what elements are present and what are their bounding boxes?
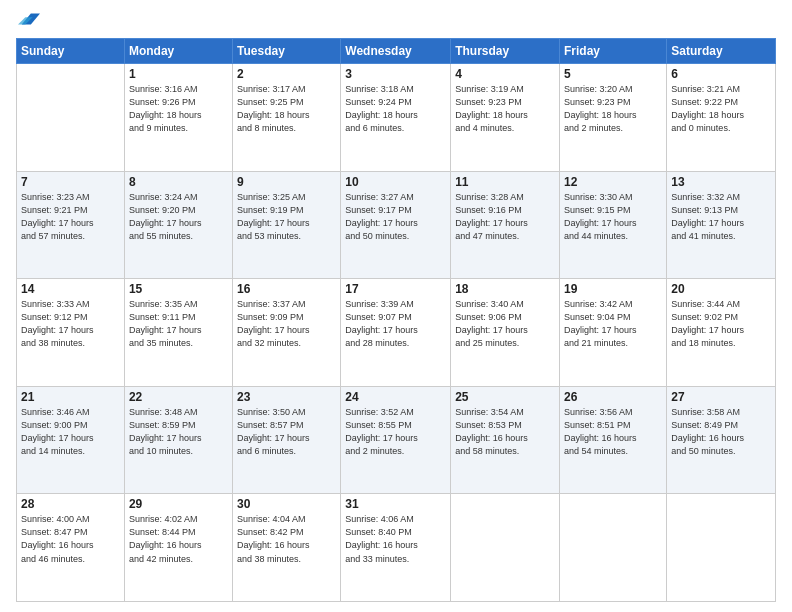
day-info: Sunrise: 3:23 AM Sunset: 9:21 PM Dayligh… (21, 191, 120, 243)
calendar-cell: 3Sunrise: 3:18 AM Sunset: 9:24 PM Daylig… (341, 64, 451, 172)
calendar-cell: 10Sunrise: 3:27 AM Sunset: 9:17 PM Dayli… (341, 171, 451, 279)
weekday-sunday: Sunday (17, 39, 125, 64)
weekday-header-row: SundayMondayTuesdayWednesdayThursdayFrid… (17, 39, 776, 64)
day-info: Sunrise: 3:32 AM Sunset: 9:13 PM Dayligh… (671, 191, 771, 243)
day-info: Sunrise: 3:46 AM Sunset: 9:00 PM Dayligh… (21, 406, 120, 458)
calendar-cell: 4Sunrise: 3:19 AM Sunset: 9:23 PM Daylig… (451, 64, 560, 172)
calendar-cell: 29Sunrise: 4:02 AM Sunset: 8:44 PM Dayli… (124, 494, 232, 602)
day-info: Sunrise: 3:37 AM Sunset: 9:09 PM Dayligh… (237, 298, 336, 350)
week-row-2: 7Sunrise: 3:23 AM Sunset: 9:21 PM Daylig… (17, 171, 776, 279)
calendar-cell (560, 494, 667, 602)
calendar-cell: 15Sunrise: 3:35 AM Sunset: 9:11 PM Dayli… (124, 279, 232, 387)
day-number: 5 (564, 67, 662, 81)
day-number: 19 (564, 282, 662, 296)
day-number: 22 (129, 390, 228, 404)
day-info: Sunrise: 3:21 AM Sunset: 9:22 PM Dayligh… (671, 83, 771, 135)
calendar-cell: 12Sunrise: 3:30 AM Sunset: 9:15 PM Dayli… (560, 171, 667, 279)
calendar-table: SundayMondayTuesdayWednesdayThursdayFrid… (16, 38, 776, 602)
calendar-cell: 23Sunrise: 3:50 AM Sunset: 8:57 PM Dayli… (233, 386, 341, 494)
calendar-cell (451, 494, 560, 602)
day-number: 12 (564, 175, 662, 189)
week-row-1: 1Sunrise: 3:16 AM Sunset: 9:26 PM Daylig… (17, 64, 776, 172)
week-row-3: 14Sunrise: 3:33 AM Sunset: 9:12 PM Dayli… (17, 279, 776, 387)
day-number: 24 (345, 390, 446, 404)
calendar-cell: 2Sunrise: 3:17 AM Sunset: 9:25 PM Daylig… (233, 64, 341, 172)
day-info: Sunrise: 4:04 AM Sunset: 8:42 PM Dayligh… (237, 513, 336, 565)
calendar-cell: 24Sunrise: 3:52 AM Sunset: 8:55 PM Dayli… (341, 386, 451, 494)
day-info: Sunrise: 3:48 AM Sunset: 8:59 PM Dayligh… (129, 406, 228, 458)
calendar-cell: 27Sunrise: 3:58 AM Sunset: 8:49 PM Dayli… (667, 386, 776, 494)
day-info: Sunrise: 3:50 AM Sunset: 8:57 PM Dayligh… (237, 406, 336, 458)
calendar-cell: 25Sunrise: 3:54 AM Sunset: 8:53 PM Dayli… (451, 386, 560, 494)
calendar-cell: 30Sunrise: 4:04 AM Sunset: 8:42 PM Dayli… (233, 494, 341, 602)
day-info: Sunrise: 4:02 AM Sunset: 8:44 PM Dayligh… (129, 513, 228, 565)
week-row-5: 28Sunrise: 4:00 AM Sunset: 8:47 PM Dayli… (17, 494, 776, 602)
day-number: 13 (671, 175, 771, 189)
calendar-cell: 22Sunrise: 3:48 AM Sunset: 8:59 PM Dayli… (124, 386, 232, 494)
header (16, 10, 776, 30)
calendar-cell: 26Sunrise: 3:56 AM Sunset: 8:51 PM Dayli… (560, 386, 667, 494)
day-info: Sunrise: 3:30 AM Sunset: 9:15 PM Dayligh… (564, 191, 662, 243)
day-info: Sunrise: 3:24 AM Sunset: 9:20 PM Dayligh… (129, 191, 228, 243)
calendar-cell: 7Sunrise: 3:23 AM Sunset: 9:21 PM Daylig… (17, 171, 125, 279)
day-number: 28 (21, 497, 120, 511)
day-info: Sunrise: 3:42 AM Sunset: 9:04 PM Dayligh… (564, 298, 662, 350)
day-info: Sunrise: 3:20 AM Sunset: 9:23 PM Dayligh… (564, 83, 662, 135)
day-number: 30 (237, 497, 336, 511)
day-info: Sunrise: 3:33 AM Sunset: 9:12 PM Dayligh… (21, 298, 120, 350)
weekday-friday: Friday (560, 39, 667, 64)
day-info: Sunrise: 3:17 AM Sunset: 9:25 PM Dayligh… (237, 83, 336, 135)
day-number: 27 (671, 390, 771, 404)
day-info: Sunrise: 4:00 AM Sunset: 8:47 PM Dayligh… (21, 513, 120, 565)
calendar-cell: 1Sunrise: 3:16 AM Sunset: 9:26 PM Daylig… (124, 64, 232, 172)
week-row-4: 21Sunrise: 3:46 AM Sunset: 9:00 PM Dayli… (17, 386, 776, 494)
day-number: 17 (345, 282, 446, 296)
day-info: Sunrise: 3:19 AM Sunset: 9:23 PM Dayligh… (455, 83, 555, 135)
weekday-thursday: Thursday (451, 39, 560, 64)
day-number: 7 (21, 175, 120, 189)
calendar-cell: 16Sunrise: 3:37 AM Sunset: 9:09 PM Dayli… (233, 279, 341, 387)
day-info: Sunrise: 3:54 AM Sunset: 8:53 PM Dayligh… (455, 406, 555, 458)
calendar-cell: 9Sunrise: 3:25 AM Sunset: 9:19 PM Daylig… (233, 171, 341, 279)
day-number: 23 (237, 390, 336, 404)
day-number: 26 (564, 390, 662, 404)
weekday-monday: Monday (124, 39, 232, 64)
day-number: 18 (455, 282, 555, 296)
day-info: Sunrise: 3:35 AM Sunset: 9:11 PM Dayligh… (129, 298, 228, 350)
day-info: Sunrise: 3:52 AM Sunset: 8:55 PM Dayligh… (345, 406, 446, 458)
day-info: Sunrise: 3:56 AM Sunset: 8:51 PM Dayligh… (564, 406, 662, 458)
calendar-cell: 6Sunrise: 3:21 AM Sunset: 9:22 PM Daylig… (667, 64, 776, 172)
calendar-cell (17, 64, 125, 172)
day-number: 11 (455, 175, 555, 189)
day-number: 2 (237, 67, 336, 81)
page: SundayMondayTuesdayWednesdayThursdayFrid… (0, 0, 792, 612)
day-number: 14 (21, 282, 120, 296)
logo-icon (18, 8, 40, 30)
calendar-cell: 17Sunrise: 3:39 AM Sunset: 9:07 PM Dayli… (341, 279, 451, 387)
calendar-cell: 28Sunrise: 4:00 AM Sunset: 8:47 PM Dayli… (17, 494, 125, 602)
day-number: 15 (129, 282, 228, 296)
day-number: 25 (455, 390, 555, 404)
day-info: Sunrise: 3:28 AM Sunset: 9:16 PM Dayligh… (455, 191, 555, 243)
day-info: Sunrise: 3:40 AM Sunset: 9:06 PM Dayligh… (455, 298, 555, 350)
day-info: Sunrise: 3:25 AM Sunset: 9:19 PM Dayligh… (237, 191, 336, 243)
calendar-cell: 20Sunrise: 3:44 AM Sunset: 9:02 PM Dayli… (667, 279, 776, 387)
day-number: 6 (671, 67, 771, 81)
day-number: 20 (671, 282, 771, 296)
calendar-cell: 11Sunrise: 3:28 AM Sunset: 9:16 PM Dayli… (451, 171, 560, 279)
day-number: 31 (345, 497, 446, 511)
calendar-cell: 18Sunrise: 3:40 AM Sunset: 9:06 PM Dayli… (451, 279, 560, 387)
calendar-cell: 14Sunrise: 3:33 AM Sunset: 9:12 PM Dayli… (17, 279, 125, 387)
logo (16, 14, 40, 30)
calendar-cell: 31Sunrise: 4:06 AM Sunset: 8:40 PM Dayli… (341, 494, 451, 602)
day-number: 4 (455, 67, 555, 81)
day-info: Sunrise: 3:58 AM Sunset: 8:49 PM Dayligh… (671, 406, 771, 458)
day-info: Sunrise: 3:27 AM Sunset: 9:17 PM Dayligh… (345, 191, 446, 243)
day-number: 8 (129, 175, 228, 189)
day-info: Sunrise: 3:39 AM Sunset: 9:07 PM Dayligh… (345, 298, 446, 350)
day-info: Sunrise: 3:44 AM Sunset: 9:02 PM Dayligh… (671, 298, 771, 350)
weekday-saturday: Saturday (667, 39, 776, 64)
weekday-wednesday: Wednesday (341, 39, 451, 64)
weekday-tuesday: Tuesday (233, 39, 341, 64)
calendar-cell: 21Sunrise: 3:46 AM Sunset: 9:00 PM Dayli… (17, 386, 125, 494)
